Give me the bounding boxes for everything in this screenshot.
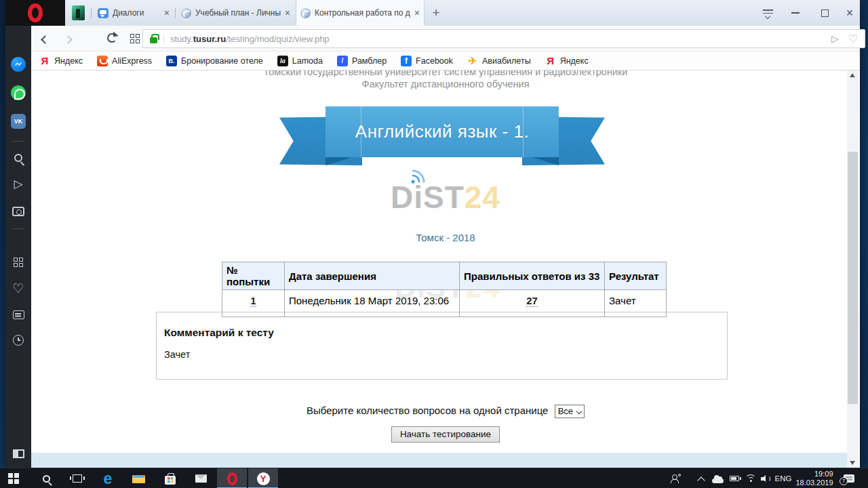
start-test-button[interactable]: Начать тестирование [391, 426, 500, 443]
vk-icon[interactable]: VK [11, 114, 26, 129]
vertical-scrollbar[interactable] [847, 70, 859, 468]
address-bar[interactable]: study.tusur.ru/testing/mod/quiz/view.php… [142, 29, 865, 48]
facebook-icon: f [401, 56, 412, 66]
history-clock-icon[interactable] [13, 335, 24, 346]
bookmark-aliexpress[interactable]: AliExpress [97, 56, 152, 66]
start-button[interactable] [5, 468, 22, 488]
speed-dial-icon[interactable] [14, 258, 23, 267]
language-indicator[interactable]: ENG [773, 468, 793, 488]
taskbar-search-button[interactable] [38, 468, 54, 488]
onedrive-tray-icon[interactable] [710, 468, 725, 488]
action-center-button[interactable]: 7 [841, 468, 857, 488]
yandex-browser-icon: Y [257, 472, 270, 485]
opera-taskbar-button[interactable] [217, 468, 247, 488]
secure-lock-icon[interactable] [150, 37, 157, 43]
snapshot-camera-icon[interactable] [12, 207, 24, 216]
tusur-favicon [300, 8, 311, 18]
attempt-result: Зачет [605, 290, 667, 317]
personal-news-icon[interactable] [13, 310, 24, 319]
bookmark-aviabilety[interactable]: ✈Авиабилеты [467, 56, 531, 66]
store-button[interactable] [161, 468, 179, 488]
back-button[interactable] [39, 33, 50, 44]
opera-sidebar: VK ▷ ♡ [5, 26, 31, 468]
wifi-icon [745, 474, 756, 483]
bookmark-facebook[interactable]: fFacebook [401, 56, 453, 66]
maximize-button[interactable] [813, 0, 836, 26]
col-correct: Правильных ответов из 33 [460, 262, 605, 290]
notification-badge: 7 [840, 477, 848, 485]
bookmarks-heart-icon[interactable]: ♡ [12, 282, 24, 295]
questions-per-page-row: Выберите количество вопросов на одной ст… [31, 405, 860, 418]
attempts-table: № попытки Дата завершения Правильных отв… [222, 262, 667, 317]
messenger-icon[interactable] [11, 57, 26, 72]
reload-button[interactable] [107, 33, 117, 43]
close-window-button[interactable]: × [838, 0, 861, 26]
course-title: Английский язык - 1. [355, 121, 529, 142]
edge-button[interactable]: e [99, 468, 117, 488]
correct-answers-link[interactable]: 27 [526, 295, 538, 307]
tray-date: 18.03.2019 [795, 479, 833, 487]
volume-tray-icon[interactable] [759, 468, 772, 488]
windows-logo-icon [8, 473, 19, 484]
tab-label: Контрольная работа по д [315, 8, 410, 18]
tab-label: Учебный план - Личный [195, 8, 281, 18]
task-view-icon [73, 474, 82, 483]
mail-button[interactable] [192, 468, 210, 488]
rambler-icon: / [337, 56, 348, 66]
col-result: Результат [605, 262, 667, 290]
new-tab-button[interactable]: + [429, 5, 443, 20]
sidebar-toggle-icon[interactable] [13, 449, 24, 458]
task-view-button[interactable] [69, 468, 85, 488]
folder-icon [132, 474, 145, 483]
scrollbar-thumb[interactable] [848, 152, 858, 404]
mail-envelope-icon [195, 474, 207, 483]
bookmark-heart-icon[interactable]: ♡ [848, 33, 858, 45]
speed-dial-icon[interactable] [130, 34, 140, 43]
people-button[interactable] [669, 468, 682, 488]
table-header-row: № попытки Дата завершения Правильных отв… [222, 262, 667, 290]
bookmark-yandex[interactable]: ЯЯндекс [39, 56, 83, 66]
divider [13, 228, 24, 229]
whatsapp-icon[interactable] [11, 85, 26, 100]
tab-uchebny-plan[interactable]: Учебный план - Личный × [177, 0, 294, 26]
opera-menu-button[interactable] [5, 0, 65, 26]
comment-box: Комментарий к тесту Зачет [156, 312, 728, 380]
battery-tray-icon[interactable] [727, 468, 742, 488]
notification-icon: 7 [844, 474, 854, 483]
tab-menu-icon[interactable] [763, 9, 773, 16]
questions-per-page-select[interactable]: Все [555, 405, 585, 418]
minimize-button[interactable] [784, 0, 807, 26]
clock[interactable]: 19:09 18.03.2019 [795, 468, 834, 488]
my-flow-icon[interactable]: ▷ [14, 178, 22, 190]
forward-button[interactable] [62, 33, 73, 44]
scroll-down-arrow[interactable] [850, 461, 855, 465]
search-icon[interactable] [14, 154, 22, 162]
close-tab-icon[interactable]: × [164, 8, 170, 18]
tab-separator [175, 7, 176, 18]
attempt-number-link[interactable]: 1 [250, 295, 256, 307]
col-attempt: № попытки [222, 262, 285, 290]
yandex-browser-button[interactable]: Y [248, 468, 278, 488]
comment-title: Комментарий к тесту [164, 327, 727, 339]
chat-bubble-icon [98, 8, 108, 18]
tray-time: 19:09 [795, 470, 833, 479]
bookmark-rambler[interactable]: /Рамблер [337, 56, 387, 66]
tab-kontrolnaya-active[interactable]: Контрольная работа по д × [296, 0, 425, 26]
bookmark-booking[interactable]: B.Бронирование отеле [166, 56, 263, 66]
file-explorer-button[interactable] [130, 468, 147, 488]
tab-dialogi[interactable]: Диалоги × [94, 0, 174, 26]
bookmark-yandex-2[interactable]: ЯЯндекс [545, 56, 589, 66]
col-date: Дата завершения [285, 262, 460, 290]
bookmark-lamoda[interactable]: laLamoda [277, 56, 323, 66]
wifi-tray-icon[interactable] [744, 468, 757, 488]
my-flow-icon[interactable]: ▷ [831, 33, 839, 44]
store-bag-icon [165, 476, 176, 485]
close-tab-icon[interactable]: × [285, 8, 290, 18]
close-tab-icon[interactable]: × [414, 8, 420, 18]
tray-expand-button[interactable] [696, 468, 707, 488]
comment-body: Зачет [164, 349, 727, 360]
aliexpress-icon [97, 56, 108, 66]
scroll-up-arrow[interactable] [850, 73, 855, 77]
pinned-tab[interactable] [72, 5, 85, 20]
logo-text-main: DiST [391, 180, 465, 215]
